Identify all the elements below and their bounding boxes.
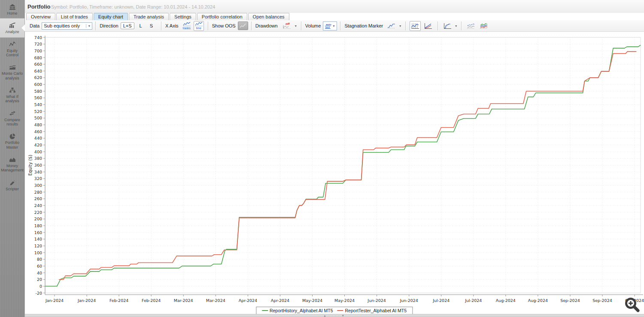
x-axis-tick-label: Aug-2024 [496,298,516,303]
compare-lines-icon [467,23,475,29]
show-oos-label: Show OOS [212,23,236,28]
y-axis-tick-label: -20 [35,291,42,296]
sidebar-item-label: Money Management [0,164,24,173]
x-axis-tick-label: Feb-2024 [142,298,161,303]
x-axis-tick-label: Jul-2024 [432,298,450,303]
tab-portfolio-correlation[interactable]: Portfolio correlation [197,13,247,20]
title-bar: Portfolio Symbol: Portfolio, Timeframe: … [24,0,644,13]
multi-series-button[interactable] [478,21,489,31]
oos-chart-icon [240,23,246,28]
y-axis-tick-label: 260 [34,196,42,201]
tab-overview[interactable]: Overview [26,13,55,20]
direction-s-button[interactable]: S [147,22,155,29]
legend-item: ReportTester_Alphabet AI MT5 [337,308,407,313]
y-axis-tick-label: 380 [34,156,42,161]
y-axis-tick-label: 520 [34,109,42,114]
splitter-dots: · · · · [328,314,340,317]
analyze-icon [9,22,16,29]
sidebar-item-money-management[interactable]: Money Management [0,152,24,176]
volume-state-text: auto [326,23,331,26]
toolbar-separator [301,21,301,30]
stagnation-label: Stagnation Marker [344,23,383,28]
y-axis-tick-label: 360 [34,163,42,168]
tab-settings[interactable]: Settings [170,13,196,20]
chevron-down-icon: ▾ [86,24,92,28]
tab-open-balances[interactable]: Open balances [248,13,289,20]
drawdown-toggle-button[interactable]: off [281,21,293,31]
equity-chart-canvas[interactable]: 7407207006806606406206005805605405205004… [24,32,644,307]
sidebar-item-home[interactable]: Home [0,0,24,18]
y-axis-tick-label: 40 [37,271,42,275]
show-oos-button[interactable] [238,21,248,30]
data-select[interactable]: Sub equities only ▾ [42,22,92,30]
series-line-reporttester-alphabet-ai-mt5 [59,52,636,280]
xaxis-time-button[interactable]: time [194,21,204,31]
toolbar-separator [251,21,252,30]
app-window: HomeAnalyzeEquity ControlMonte Carlo ana… [0,0,644,317]
sidebar-item-what-if-analysis[interactable]: What If analysis [0,83,24,107]
tab-list-of-trades[interactable]: List of trades [56,13,93,20]
data-select-value: Sub equities only [44,23,86,28]
y-axis-tick-label: 740 [34,35,42,40]
chart-style-lines-button[interactable] [422,21,434,31]
y-axis-tick-label: 600 [34,82,42,87]
tab-equity-chart[interactable]: Equity chart [94,13,128,20]
y-axis-tick-label: 660 [34,62,42,67]
sidebar-item-label: Home [0,11,24,15]
sidebar-item-analyze[interactable]: Analyze [0,18,24,37]
compare-lines-button[interactable] [465,21,477,31]
x-axis-tick-label: Jul-2024 [465,298,482,303]
x-axis-tick-label: Apr-2024 [271,298,289,303]
volume-auto-icon: auto [324,23,331,29]
y-axis-tick-label: 60 [37,264,42,268]
chart-style-bars-button[interactable] [410,21,421,31]
sidebar-item-label: Equity Control [0,49,24,58]
x-axis-tick-label: Jan-2024 [77,298,96,303]
splitter-up-icon[interactable]: ▲ [323,314,327,317]
drawdown-state-text: off [286,22,290,26]
portfolio-master-icon [9,133,16,140]
sidebar-item-scripter[interactable]: Scripter [0,176,24,194]
sidebar-item-equity-control[interactable]: Equity Control [0,37,24,61]
zoom-icon[interactable] [624,296,641,314]
chart-step-dropdown-icon[interactable]: ▾ [455,24,457,28]
y-axis-tick-label: 20 [37,277,42,282]
chart-trades-icon [183,21,191,27]
sidebar-item-portfolio-master[interactable]: Portfolio Master [0,129,24,152]
x-axis-tick-label: Sep-2024 [592,298,612,303]
equity-control-icon [9,41,16,48]
chart-step-button[interactable] [442,21,453,31]
y-axis-tick-label: 100 [34,250,42,255]
x-axis-tick-label: Feb-2024 [109,298,128,303]
sidebar-item-label: Compare results [0,118,24,127]
stagnation-chart-icon [387,23,396,29]
y-axis-tick-label: 180 [34,223,42,228]
direction-l-button[interactable]: L [137,22,145,29]
y-axis-tick-label: 580 [34,89,42,94]
x-axis-tick-label: Jan-2024 [45,298,64,303]
sidebar-item-compare-results[interactable]: Compare results [0,107,24,130]
sidebar-item-monte-carlo-analysis[interactable]: Monte Carlo analysis [0,60,24,83]
drawdown-off-icon: off [282,22,292,30]
y-axis-tick-label: 280 [34,190,42,195]
drawdown-label: Drawdown [255,23,278,28]
splitter-down-icon[interactable]: ▼ [342,314,345,317]
volume-combo-button[interactable]: auto ▾ [323,21,337,30]
x-axis-tick-label: Jun-2024 [367,298,386,303]
y-axis-title: Equity ($) [28,155,33,176]
direction-ls-button[interactable]: L+S [121,22,134,29]
tab-trade-analysis[interactable]: Trade analysis [129,13,169,20]
sidebar-item-label: Monte Carlo analysis [0,71,24,80]
stagnation-dropdown-icon[interactable]: ▾ [399,24,401,28]
y-axis-tick-label: 620 [34,75,42,80]
stagnation-marker-button[interactable] [386,21,397,31]
splitter-handle-icon[interactable]: ▲ · · · · ▼ [24,314,644,317]
sidebar-item-label: Analyze [0,30,24,34]
y-axis-tick-label: 460 [34,129,42,134]
y-axis-tick-label: 220 [34,210,42,215]
bottom-splitter[interactable]: ▲ · · · · ▼ [24,314,644,317]
monte-carlo-icon [9,64,16,70]
drawdown-dropdown-icon[interactable]: ▾ [295,24,297,28]
y-axis-tick-label: 320 [34,176,42,181]
xaxis-trades-button[interactable]: trades [182,21,192,31]
